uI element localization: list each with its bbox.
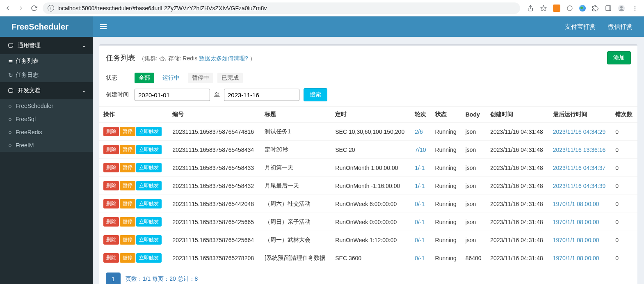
filter-running[interactable]: 运行中 — [158, 73, 184, 83]
table-header-row: 操作 编号 标题 定时 轮次 状态 Body 创建时间 最后运行时间 错次数 — [99, 107, 637, 123]
round-link[interactable]: 1/-1 — [415, 165, 425, 171]
delete-button[interactable]: 删除 — [103, 145, 119, 154]
filter-date-row: 创建时间 至 搜索 — [99, 86, 637, 104]
delete-button[interactable]: 删除 — [103, 127, 119, 136]
cell-status: Running — [431, 123, 461, 141]
delete-button[interactable]: 删除 — [103, 217, 119, 227]
profile-icon[interactable] — [618, 5, 625, 12]
cell-round: 7/10 — [411, 141, 431, 159]
trigger-button[interactable]: 立即触发 — [136, 145, 162, 154]
nav-wechat[interactable]: 微信打赏 — [608, 23, 633, 31]
trigger-button[interactable]: 立即触发 — [136, 235, 162, 245]
round-link[interactable]: 7/10 — [415, 147, 426, 153]
lastrun-link[interactable]: 1970/1/1 08:00:00 — [553, 219, 599, 225]
circle-icon: ○ — [8, 103, 16, 109]
cell-last: 1970/1/1 08:00:00 — [549, 231, 612, 249]
reload-button[interactable] — [30, 4, 39, 13]
round-link[interactable]: 0/-1 — [415, 201, 425, 207]
add-button[interactable]: 添加 — [607, 51, 631, 64]
filter-paused[interactable]: 暂停中 — [188, 73, 213, 83]
sidebar-section-general[interactable]: 🖵 通用管理 ⌄ — [0, 37, 93, 54]
svg-point-2 — [567, 6, 572, 11]
sidebar-item-freesql[interactable]: ○ FreeSql — [0, 112, 93, 126]
filter-all[interactable]: 全部 — [135, 73, 154, 83]
sidebar-item-freescheduler[interactable]: ○ FreeScheduler — [0, 99, 93, 112]
pagination: 1 页数：1/1 每页：20 总计：8 — [99, 267, 637, 284]
share-icon[interactable] — [527, 5, 534, 12]
lastrun-link[interactable]: 2023/11/16 04:34:37 — [553, 165, 605, 171]
col-last: 最后运行时间 — [549, 107, 612, 123]
status-label: 状态 — [106, 74, 130, 82]
delete-button[interactable]: 删除 — [103, 199, 119, 208]
forward-button[interactable] — [16, 4, 25, 13]
pause-button[interactable]: 暂停 — [120, 217, 135, 227]
pause-button[interactable]: 暂停 — [120, 253, 135, 263]
sidebar-toggle[interactable] — [93, 26, 114, 27]
search-button[interactable]: 搜索 — [304, 88, 327, 101]
page-current[interactable]: 1 — [106, 273, 121, 284]
cleanup-link[interactable]: 数据太多如何清理? — [199, 55, 248, 62]
cell-last: 2023/11/16 04:34:37 — [549, 159, 612, 177]
lastrun-link[interactable]: 2023/11/16 13:36:16 — [553, 147, 605, 153]
delete-button[interactable]: 删除 — [103, 235, 119, 245]
round-link[interactable]: 0/-1 — [415, 219, 425, 225]
trigger-button[interactable]: 立即触发 — [136, 163, 162, 172]
lastrun-link[interactable]: 2023/11/16 04:34:29 — [553, 128, 605, 135]
delete-button[interactable]: 删除 — [103, 253, 119, 263]
col-timer: 定时 — [331, 107, 411, 123]
back-button[interactable] — [3, 4, 12, 13]
delete-button[interactable]: 删除 — [103, 181, 119, 190]
extension-icon-2[interactable] — [579, 5, 586, 11]
cell-err: 0 — [611, 213, 637, 231]
trigger-button[interactable]: 立即触发 — [136, 181, 162, 190]
round-link[interactable]: 2/6 — [415, 128, 422, 135]
filter-completed[interactable]: 已完成 — [217, 73, 243, 83]
round-link[interactable]: 1/-1 — [415, 183, 425, 189]
cell-body: json — [461, 123, 486, 141]
menu-icon[interactable]: ⋮ — [631, 5, 638, 12]
cell-created: 2023/11/16 04:31:48 — [486, 177, 549, 195]
trigger-button[interactable]: 立即触发 — [136, 217, 162, 227]
pause-button[interactable]: 暂停 — [120, 181, 135, 190]
pause-button[interactable]: 暂停 — [120, 199, 135, 208]
cell-actions: 删除暂停立即触发 — [99, 177, 168, 195]
cell-created: 2023/11/16 04:31:48 — [486, 141, 549, 159]
url-bar[interactable]: i localhost:5000/freescheduler/#base64ur… — [43, 2, 520, 14]
lastrun-link[interactable]: 1970/1/1 08:00:00 — [553, 255, 599, 261]
delete-button[interactable]: 删除 — [103, 163, 119, 172]
trigger-button[interactable]: 立即触发 — [136, 253, 162, 263]
sidebar-item-tasklist[interactable]: ≣ 任务列表 — [0, 54, 93, 68]
lastrun-link[interactable]: 2023/11/16 04:34:39 — [553, 183, 605, 189]
sidebar-item-label: FreeSql — [16, 116, 36, 122]
round-link[interactable]: 0/-1 — [415, 237, 425, 243]
sidebar-section-docs[interactable]: 🖵 开发文档 ⌄ — [0, 82, 93, 99]
date-to-input[interactable] — [224, 89, 299, 101]
sidebar-item-label: FreeScheduler — [16, 103, 53, 109]
subtitle-prefix: （集群: 否, 存储: Redis — [139, 55, 199, 62]
cell-status: Running — [431, 159, 461, 177]
sidebar-item-freeredis[interactable]: ○ FreeRedis — [0, 126, 93, 139]
sidebar-item-tasklog[interactable]: ↻ 任务日志 — [0, 68, 93, 82]
extension-icon-1[interactable] — [566, 5, 573, 12]
url-text: localhost:5000/freescheduler/#base64urlL… — [57, 5, 267, 11]
pause-button[interactable]: 暂停 — [120, 127, 135, 136]
trigger-button[interactable]: 立即触发 — [136, 127, 162, 136]
metamask-icon[interactable] — [553, 5, 560, 12]
app-logo[interactable]: FreeScheduler — [0, 16, 93, 37]
extensions-icon[interactable] — [591, 5, 599, 12]
cell-last: 1970/1/1 08:00:00 — [549, 195, 612, 213]
date-from-input[interactable] — [135, 89, 210, 101]
round-link[interactable]: 0/-1 — [415, 255, 425, 261]
pause-button[interactable]: 暂停 — [120, 235, 135, 245]
trigger-button[interactable]: 立即触发 — [136, 199, 162, 208]
cell-status: Running — [431, 231, 461, 249]
panel-icon[interactable] — [605, 5, 612, 12]
star-icon[interactable] — [540, 5, 547, 12]
cell-title: 月初第一天 — [260, 159, 331, 177]
nav-alipay[interactable]: 支付宝打赏 — [565, 23, 596, 31]
lastrun-link[interactable]: 1970/1/1 08:00:00 — [553, 237, 599, 243]
lastrun-link[interactable]: 1970/1/1 08:00:00 — [553, 201, 599, 207]
pause-button[interactable]: 暂停 — [120, 145, 135, 154]
sidebar-item-freeim[interactable]: ○ FreeIM — [0, 139, 93, 152]
pause-button[interactable]: 暂停 — [120, 163, 135, 172]
